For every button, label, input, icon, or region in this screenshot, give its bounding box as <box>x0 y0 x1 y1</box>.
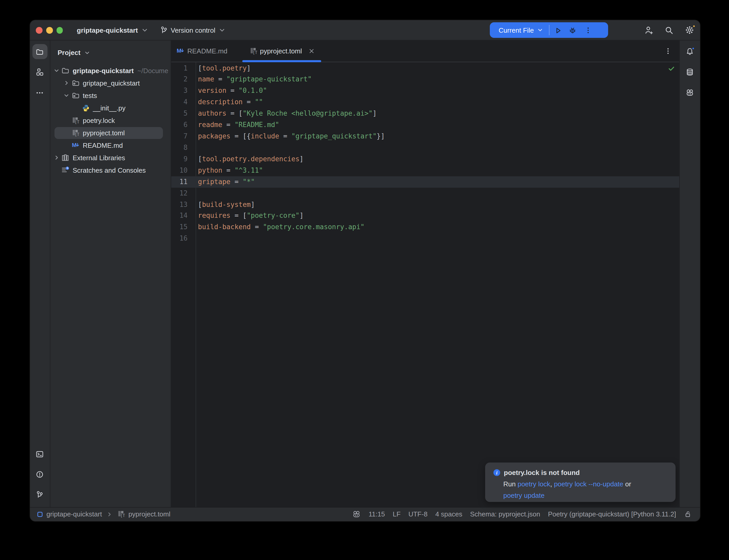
notification-text: Run <box>503 480 518 488</box>
code-line-15[interactable]: 15build-backend = "poetry.core.masonry.a… <box>171 222 679 233</box>
minimize-window-button[interactable] <box>46 27 53 34</box>
more-tools-button[interactable] <box>32 85 47 100</box>
left-tool-stripe <box>30 40 50 507</box>
run-widget: Current File <box>490 22 608 38</box>
tab-pyproject[interactable]: [T] pyproject.toml <box>242 40 321 61</box>
status-item[interactable]: UTF-8 <box>408 510 428 518</box>
code-line-8[interactable]: 8 <box>171 142 679 153</box>
status-item[interactable]: 4 spaces <box>435 510 462 518</box>
notification-link[interactable]: poetry update <box>503 491 545 499</box>
tab-label: README.md <box>187 47 227 55</box>
notification-link[interactable]: poetry lock --no-update <box>554 480 623 488</box>
vcs-widget[interactable]: Version control <box>160 20 226 40</box>
status-item[interactable]: LF <box>393 510 401 518</box>
search-icon[interactable] <box>665 26 674 34</box>
status-item[interactable]: Schema: pyproject.json <box>470 510 540 518</box>
folder-icon <box>36 47 44 56</box>
lock-open-icon[interactable] <box>684 510 692 518</box>
bell-icon <box>686 47 694 55</box>
breadcrumb-project[interactable]: griptape-quickstart <box>46 510 102 518</box>
tree-item-scratches-and-consoles[interactable]: Scratches and Consoles <box>50 164 171 176</box>
tree-item-pyproject-toml[interactable]: [T]pyproject.toml <box>50 127 171 139</box>
project-tool-button[interactable] <box>32 44 47 59</box>
project-widget[interactable]: griptape-quickstart <box>77 20 149 40</box>
code-line-1[interactable]: 1[tool.poetry] <box>171 62 679 74</box>
title-bar: griptape-quickstart Version control Curr… <box>30 20 700 40</box>
project-panel: Project griptape-quickstart~/Documegript… <box>50 40 171 507</box>
code-line-6[interactable]: 6readme = "README.md" <box>171 119 679 131</box>
line-number: 7 <box>171 131 187 142</box>
more-run-options-icon[interactable] <box>580 26 597 34</box>
project-module-icon <box>36 511 43 518</box>
line-number: 10 <box>171 165 187 176</box>
structure-tool-button[interactable] <box>32 64 47 79</box>
code-editor[interactable]: 1[tool.poetry]2name = "griptape-quicksta… <box>171 62 679 507</box>
libraries-icon <box>61 153 69 162</box>
tree-item--init-py[interactable]: __init__.py <box>50 102 171 114</box>
settings-gear-icon[interactable] <box>685 25 694 35</box>
chevron-right-icon[interactable] <box>61 79 71 87</box>
notification-title: poetry.lock is not found <box>504 469 580 477</box>
tree-item-griptape-quickstart[interactable]: griptape-quickstart~/Docume <box>50 64 171 77</box>
close-tab-icon[interactable] <box>308 40 315 61</box>
code-line-10[interactable]: 10python = "^3.11" <box>171 165 679 176</box>
code-line-12[interactable]: 12 <box>171 187 679 199</box>
toml-icon: [T] <box>71 116 80 124</box>
code-line-9[interactable]: 9[tool.poetry.dependencies] <box>171 153 679 165</box>
svg-text:[T]: [T] <box>121 513 125 518</box>
tab-options-icon[interactable] <box>664 40 672 61</box>
code-line-3[interactable]: 3version = "0.1.0" <box>171 85 679 97</box>
tree-item-tests[interactable]: tests <box>50 89 171 102</box>
tab-label: pyproject.toml <box>260 47 302 55</box>
debug-button[interactable] <box>564 26 582 34</box>
notification-body-line: poetry update <box>494 490 668 501</box>
desktop: griptape-quickstart Version control Curr… <box>0 0 729 560</box>
active-tab-underline <box>242 60 321 62</box>
tree-item-readme-md[interactable]: MREADME.md <box>50 139 171 151</box>
tree-item-label: poetry.lock <box>83 116 115 124</box>
code-line-14[interactable]: 14requires = ["poetry-core"] <box>171 210 679 222</box>
toml-file-icon: [T] <box>249 47 257 55</box>
git-tool-button[interactable] <box>32 487 47 502</box>
markdown-icon: M <box>71 141 80 149</box>
svg-text:[T]: [T] <box>75 132 79 137</box>
svg-text:M: M <box>72 142 76 148</box>
tree-item-poetry-lock[interactable]: [T]poetry.lock <box>50 114 171 127</box>
tab-readme[interactable]: M README.md <box>171 40 227 61</box>
project-panel-header[interactable]: Project <box>50 40 171 64</box>
status-item[interactable]: 11:15 <box>369 510 385 518</box>
notifications-button[interactable] <box>682 44 697 59</box>
status-item[interactable]: Poetry (griptape-quickstart) [Python 3.1… <box>548 510 676 518</box>
chevron-down-icon[interactable] <box>61 92 71 99</box>
tree-item-griptape-quickstart[interactable]: griptape_quickstart <box>50 77 171 89</box>
code-line-2[interactable]: 2name = "griptape-quickstart" <box>171 74 679 85</box>
ai-assistant-button[interactable] <box>682 85 697 100</box>
project-panel-title: Project <box>58 49 80 57</box>
status-bar: griptape-quickstart [T] pyproject.toml 1… <box>30 507 700 521</box>
problems-tool-button[interactable] <box>32 467 47 482</box>
code-line-11[interactable]: 11griptape = "*" <box>171 176 679 187</box>
notification-link[interactable]: poetry lock <box>518 480 550 488</box>
line-number: 5 <box>171 108 187 119</box>
add-user-icon[interactable] <box>644 26 653 34</box>
database-tool-button[interactable] <box>682 64 697 79</box>
code-line-7[interactable]: 7packages = [{include = "griptape_quicks… <box>171 131 679 142</box>
zoom-window-button[interactable] <box>57 27 63 34</box>
tree-item-external-libraries[interactable]: External Libraries <box>50 151 171 164</box>
chevron-right-icon[interactable] <box>51 154 61 161</box>
vcs-widget-label: Version control <box>171 26 215 34</box>
code-line-4[interactable]: 4description = "" <box>171 97 679 108</box>
code-line-5[interactable]: 5authors = ["Kyle Roche <hello@griptape.… <box>171 108 679 119</box>
code-line-16[interactable]: 16 <box>171 233 679 244</box>
code-line-13[interactable]: 13[build-system] <box>171 199 679 210</box>
line-number: 16 <box>171 233 187 244</box>
inspections-ok-icon[interactable] <box>668 65 675 72</box>
breadcrumb-file[interactable]: pyproject.toml <box>128 510 170 518</box>
terminal-tool-button[interactable] <box>32 447 47 462</box>
run-config-selector[interactable]: Current File <box>499 26 534 34</box>
chevron-down-icon[interactable] <box>51 67 61 74</box>
ai-assistant-status-icon[interactable] <box>352 510 361 519</box>
folder-icon <box>61 66 69 75</box>
close-window-button[interactable] <box>36 27 42 34</box>
folder-pkg-icon <box>71 91 80 100</box>
